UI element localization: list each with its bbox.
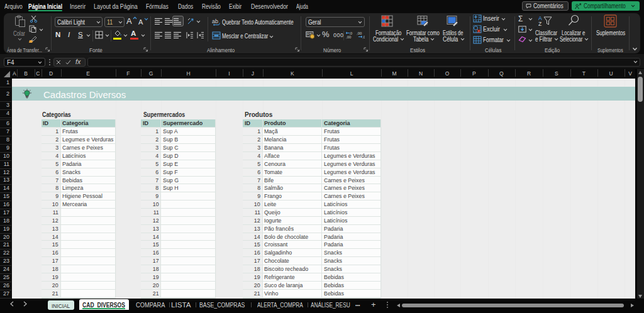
svg-text:Z: Z bbox=[538, 21, 541, 26]
svg-text:,0: ,0 bbox=[362, 35, 365, 39]
svg-text:,00: ,00 bbox=[346, 35, 352, 39]
svg-text:,00: ,00 bbox=[357, 31, 362, 35]
svg-text:ab: ab bbox=[212, 18, 218, 25]
